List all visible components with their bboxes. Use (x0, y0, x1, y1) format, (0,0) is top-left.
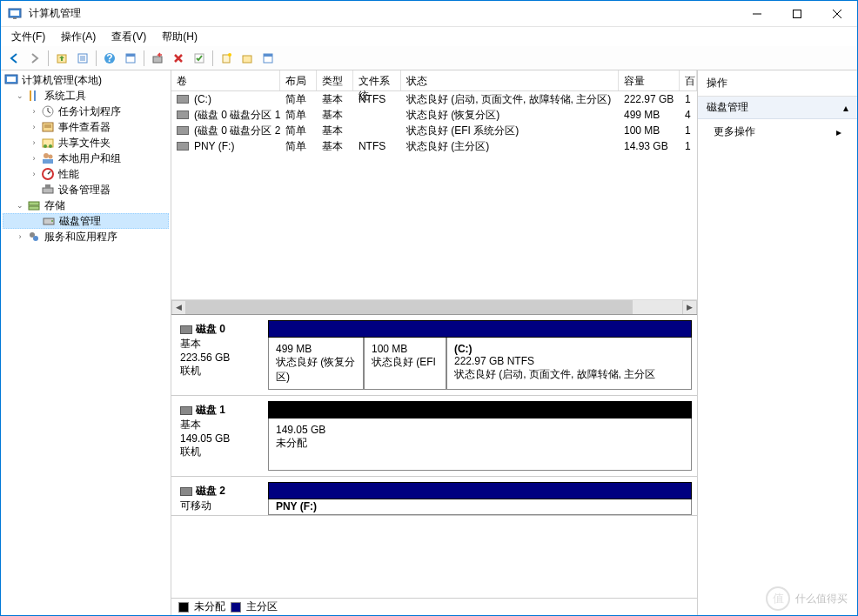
partition[interactable]: 149.05 GB 未分配 (268, 418, 692, 471)
col-type[interactable]: 类型 (317, 70, 353, 90)
tree-local-users[interactable]: › 本地用户和组 (3, 151, 169, 166)
tree-label: 共享文件夹 (58, 136, 111, 151)
vol-capacity: 14.93 GB (619, 139, 680, 153)
disk-icon (180, 487, 192, 496)
expander-icon[interactable]: › (29, 169, 39, 179)
new-button[interactable] (217, 49, 236, 68)
expander-icon[interactable]: › (29, 106, 39, 117)
col-capacity[interactable]: 容量 (619, 70, 680, 90)
minimize-button[interactable] (737, 1, 777, 27)
properties-button[interactable] (73, 49, 92, 68)
disk-bar (268, 320, 692, 338)
device-icon (41, 183, 55, 197)
disk-bar (268, 482, 692, 499)
maximize-button[interactable] (777, 1, 817, 27)
tree-label: 服务和应用程序 (44, 230, 117, 244)
col-status[interactable]: 状态 (401, 70, 619, 90)
tree-services[interactable]: › 服务和应用程序 (3, 229, 169, 244)
forward-button[interactable] (25, 49, 44, 68)
partition[interactable]: (C:) 222.97 GB NTFS 状态良好 (启动, 页面文件, 故障转储… (446, 338, 692, 390)
actions-more[interactable]: 更多操作 ▸ (698, 119, 857, 144)
tree-device-manager[interactable]: 设备管理器 (3, 182, 169, 198)
tree-shared-folders[interactable]: › 共享文件夹 (3, 135, 169, 151)
scroll-track[interactable] (186, 300, 682, 315)
storage-icon (27, 198, 41, 212)
col-volume[interactable]: 卷 (171, 70, 280, 90)
disk-info: 磁盘 0 基本 223.56 GB 联机 (177, 320, 268, 390)
volume-body[interactable]: (C:) 简单 基本 NTFS 状态良好 (启动, 页面文件, 故障转储, 主分… (171, 91, 697, 299)
volume-row[interactable]: (磁盘 0 磁盘分区 1) 简单 基本 状态良好 (恢复分区) 499 MB 4 (171, 107, 697, 123)
volume-row[interactable]: (磁盘 0 磁盘分区 2) 简单 基本 状态良好 (EFI 系统分区) 100 … (171, 123, 697, 138)
expander-icon[interactable]: › (15, 231, 25, 242)
partition[interactable]: 499 MB 状态良好 (恢复分区) (268, 338, 364, 390)
svg-rect-15 (126, 54, 135, 57)
help-button[interactable]: ? (100, 49, 119, 68)
menu-action[interactable]: 操作(A) (54, 28, 103, 46)
disk-size: 223.56 GB (180, 352, 265, 364)
share-icon (41, 136, 55, 150)
horizontal-scrollbar[interactable]: ◀ ▶ (171, 299, 697, 314)
menu-file[interactable]: 文件(F) (4, 28, 52, 46)
up-button[interactable] (52, 49, 71, 68)
menubar: 文件(F) 操作(A) 查看(V) 帮助(H) (1, 27, 857, 46)
tree-task-scheduler[interactable]: › 任务计划程序 (3, 104, 169, 119)
back-button[interactable] (4, 49, 23, 68)
tree-event-viewer[interactable]: › 事件查看器 (3, 119, 169, 135)
refresh-button[interactable] (148, 49, 167, 68)
clock-icon (41, 104, 55, 118)
expander-icon[interactable]: ⌄ (15, 90, 25, 101)
tree-performance[interactable]: › 性能 (3, 166, 169, 182)
svg-rect-2 (13, 17, 17, 19)
partition[interactable]: 100 MB 状态良好 (EFI (364, 338, 446, 390)
col-layout[interactable]: 布局 (280, 70, 317, 90)
actions-header: 操作 (698, 70, 857, 97)
svg-rect-4 (794, 10, 801, 17)
tree-systools[interactable]: ⌄ 系统工具 (3, 88, 169, 104)
scroll-thumb[interactable] (186, 300, 633, 315)
expander-icon[interactable]: › (29, 122, 39, 132)
scroll-right-icon[interactable]: ▶ (682, 300, 697, 315)
volume-row[interactable]: PNY (F:) 简单 基本 NTFS 状态良好 (主分区) 14.93 GB … (171, 138, 697, 154)
vol-last: 1 (680, 92, 697, 106)
expander-icon[interactable]: ⌄ (15, 200, 25, 211)
legend-bar: 未分配 主分区 (171, 598, 697, 615)
settings-button[interactable] (258, 49, 278, 68)
vol-fs: NTFS (353, 139, 401, 153)
actions-section-label: 磁盘管理 (707, 100, 748, 115)
check-button[interactable] (190, 49, 209, 68)
vol-name: (磁盘 0 磁盘分区 2) (194, 124, 280, 138)
vol-capacity: 100 MB (619, 124, 680, 137)
actions-section[interactable]: 磁盘管理 ▴ (698, 97, 857, 119)
expander-icon[interactable]: › (29, 153, 39, 164)
tree-root[interactable]: 计算机管理(本地) (3, 72, 169, 88)
view-button[interactable] (121, 49, 140, 68)
volume-icon (177, 142, 189, 151)
disk-partitions: 149.05 GB 未分配 (268, 401, 692, 471)
col-filesystem[interactable]: 文件系统 (353, 70, 401, 90)
disk-row-0[interactable]: 磁盘 0 基本 223.56 GB 联机 499 MB 状态良好 (恢复分区) … (171, 315, 697, 396)
tree-disk-management[interactable]: 磁盘管理 (3, 213, 169, 229)
tree-label: 任务计划程序 (58, 104, 121, 119)
col-last[interactable]: 百 (680, 70, 697, 90)
volume-row[interactable]: (C:) 简单 基本 NTFS 状态良好 (启动, 页面文件, 故障转储, 主分… (171, 91, 697, 107)
folder-button[interactable] (238, 49, 257, 68)
menu-help[interactable]: 帮助(H) (155, 28, 204, 46)
tree-storage[interactable]: ⌄ 存储 (3, 198, 169, 213)
svg-rect-25 (30, 90, 31, 101)
menu-view[interactable]: 查看(V) (104, 28, 153, 46)
expander-icon[interactable]: › (29, 137, 39, 148)
tree-label: 设备管理器 (58, 183, 111, 198)
tree-panel[interactable]: 计算机管理(本地) ⌄ 系统工具 › 任务计划程序 › 事件查看器 › 共享文件… (1, 70, 171, 615)
disk-row-2[interactable]: 磁盘 2 可移动 PNY (F:) (171, 477, 697, 516)
scroll-left-icon[interactable]: ◀ (171, 300, 186, 315)
vol-last: 1 (680, 124, 697, 137)
part-status: 状态良好 (启动, 页面文件, 故障转储, 主分区 (454, 367, 684, 382)
disk-label: 磁盘 1 (196, 403, 225, 418)
disk-row-1[interactable]: 磁盘 1 基本 149.05 GB 联机 149.05 GB 未分配 (171, 396, 697, 477)
delete-button[interactable] (169, 49, 188, 68)
svg-point-34 (44, 153, 49, 158)
partition[interactable]: PNY (F:) (268, 499, 692, 515)
tools-icon (27, 89, 41, 103)
toolbar: ? (1, 46, 857, 70)
close-button[interactable] (817, 1, 857, 27)
